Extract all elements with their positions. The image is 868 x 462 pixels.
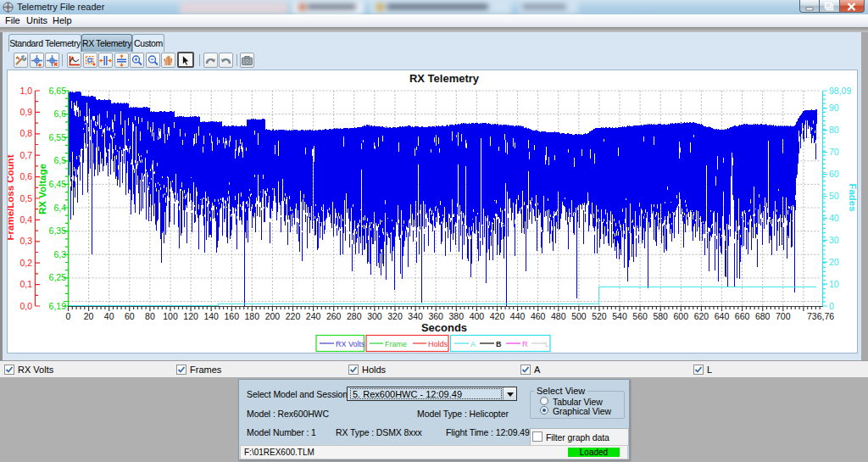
svg-text:320: 320	[387, 311, 403, 321]
svg-text:200: 200	[265, 311, 281, 321]
svg-text:140: 140	[203, 311, 219, 321]
svg-text:100: 100	[163, 311, 178, 321]
svg-text:0,8: 0,8	[19, 128, 32, 138]
svg-text:6,45: 6,45	[49, 179, 67, 189]
svg-text:520: 520	[592, 311, 607, 321]
svg-text:400: 400	[470, 311, 485, 321]
svg-text:B: B	[496, 340, 502, 348]
svg-text:40: 40	[104, 311, 114, 321]
svg-text:560: 560	[632, 311, 648, 321]
svg-text:60: 60	[829, 169, 839, 179]
svg-text:Frame/Loss Count: Frame/Loss Count	[8, 154, 15, 240]
svg-text:50: 50	[829, 191, 839, 201]
svg-text:30: 30	[829, 235, 839, 245]
svg-text:90: 90	[829, 103, 839, 113]
svg-text:0,2: 0,2	[19, 258, 32, 268]
svg-text:340: 340	[408, 311, 423, 321]
svg-text:180: 180	[245, 311, 260, 321]
svg-text:420: 420	[490, 311, 505, 321]
svg-text:260: 260	[326, 311, 342, 321]
svg-text:6,19: 6,19	[49, 301, 67, 311]
svg-text:80: 80	[145, 311, 155, 321]
svg-text:6,5: 6,5	[53, 155, 66, 165]
svg-text:0,1: 0,1	[19, 279, 32, 289]
svg-text:600: 600	[674, 311, 689, 321]
svg-text:700: 700	[776, 311, 791, 321]
svg-text:0,5: 0,5	[19, 193, 32, 203]
svg-text:500: 500	[571, 311, 587, 321]
svg-text:Seconds: Seconds	[421, 321, 467, 334]
svg-text:Fades: Fades	[848, 183, 858, 211]
svg-text:0,7: 0,7	[19, 150, 32, 160]
svg-text:6,3: 6,3	[53, 249, 66, 259]
svg-text:280: 280	[347, 311, 362, 321]
svg-text:220: 220	[286, 311, 301, 321]
svg-text:20: 20	[829, 257, 839, 267]
svg-text:A: A	[470, 340, 476, 348]
svg-text:60: 60	[125, 311, 135, 321]
svg-text:240: 240	[306, 311, 321, 321]
svg-text:0: 0	[66, 311, 71, 321]
svg-text:6,35: 6,35	[49, 225, 67, 236]
svg-text:80: 80	[829, 125, 839, 135]
svg-text:736,76: 736,76	[807, 311, 834, 321]
svg-text:RX Telemetry: RX Telemetry	[409, 72, 480, 85]
svg-text:580: 580	[653, 311, 668, 321]
svg-text:0,4: 0,4	[19, 214, 32, 225]
svg-text:1,0: 1,0	[19, 86, 32, 96]
svg-text:120: 120	[183, 311, 198, 321]
svg-text:10: 10	[829, 279, 839, 289]
svg-text:40: 40	[829, 213, 839, 223]
svg-text:Frame: Frame	[385, 340, 407, 348]
svg-text:0,3: 0,3	[19, 236, 32, 246]
svg-text:6,65: 6,65	[49, 86, 67, 96]
svg-text:460: 460	[531, 311, 546, 321]
svg-text:300: 300	[367, 311, 382, 321]
svg-text:L: L	[545, 340, 549, 348]
svg-text:380: 380	[449, 311, 465, 321]
svg-text:0: 0	[829, 301, 834, 311]
svg-text:6,4: 6,4	[53, 203, 66, 213]
svg-text:6,6: 6,6	[53, 109, 66, 119]
svg-text:160: 160	[225, 311, 240, 321]
svg-text:660: 660	[735, 311, 750, 321]
svg-text:680: 680	[755, 311, 771, 321]
svg-text:20: 20	[84, 311, 94, 321]
svg-text:620: 620	[694, 311, 709, 321]
svg-text:6,25: 6,25	[49, 272, 67, 282]
svg-text:0,6: 0,6	[19, 171, 32, 181]
svg-text:R: R	[522, 340, 528, 348]
svg-text:Holds: Holds	[428, 340, 448, 348]
svg-text:480: 480	[551, 311, 566, 321]
svg-text:0,0: 0,0	[19, 301, 32, 311]
svg-text:440: 440	[510, 311, 526, 321]
svg-text:RX Voltage: RX Voltage	[37, 164, 47, 214]
svg-text:640: 640	[715, 311, 730, 321]
svg-text:540: 540	[612, 311, 627, 321]
svg-text:70: 70	[829, 147, 839, 157]
svg-text:6,55: 6,55	[49, 132, 67, 142]
svg-text:98,09: 98,09	[829, 86, 851, 96]
svg-text:0,9: 0,9	[19, 107, 32, 117]
svg-text:360: 360	[428, 311, 443, 321]
svg-text:RX Volts: RX Volts	[336, 340, 365, 348]
